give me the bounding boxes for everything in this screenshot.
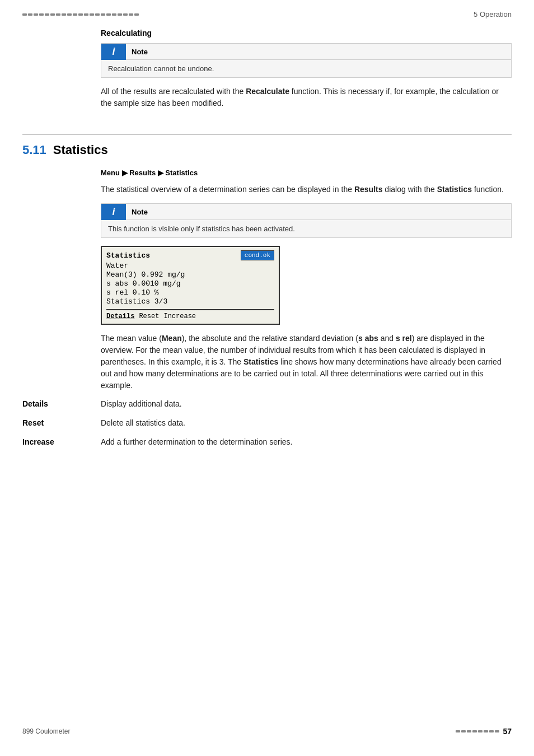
- footer-dot: [495, 730, 499, 732]
- menu-item-details[interactable]: Details: [106, 312, 134, 320]
- definitions-section: Details Display additional data.: [22, 399, 512, 410]
- header-decoration: [22, 13, 139, 16]
- note-title-area: Note: [126, 44, 511, 60]
- recalculating-note-box: i Note Recalculation cannot be undone.: [101, 43, 512, 78]
- header-dot: [73, 13, 77, 16]
- details-desc: Display additional data.: [101, 399, 512, 408]
- header-dot: [39, 13, 44, 16]
- screen-line2: Mean(3) 0.992 mg/g: [106, 270, 274, 279]
- header-dot: [62, 13, 66, 16]
- reset-section: Reset Delete all statistics data.: [22, 418, 512, 430]
- stats-note-title-area: Note: [126, 204, 511, 220]
- header-dot: [67, 13, 72, 16]
- menu-item-reset[interactable]: Reset: [139, 312, 159, 320]
- screen-line5: Statistics 3/3: [106, 297, 274, 306]
- recalc-content: Recalculating i Note Recalculation canno…: [22, 29, 512, 117]
- header-dot: [50, 13, 55, 16]
- screen-line3: s abs 0.0010 mg/g: [106, 279, 274, 288]
- header-dot: [129, 13, 133, 16]
- header-dot: [34, 13, 38, 16]
- stats-right: Menu ▶ Results ▶ Statistics The statisti…: [101, 169, 512, 399]
- statistics-note-body: This function is visible only if statist…: [101, 220, 511, 237]
- left-margin-defs: Details: [22, 399, 101, 410]
- left-margin-reset: Reset: [22, 418, 101, 430]
- page-container: 5 Operation Recalculating i Note: [0, 0, 534, 756]
- chapter-number: 5.11: [22, 143, 46, 157]
- footer-dot: [484, 730, 488, 732]
- header-section-title: 5 Operation: [474, 10, 512, 18]
- page-number: 57: [503, 727, 512, 736]
- screen-title-row: Statistics cond.ok: [106, 250, 274, 260]
- reset-desc-right: Delete all statistics data.: [101, 418, 512, 430]
- stats-note-title: Note: [132, 208, 148, 216]
- statistics-content: Menu ▶ Results ▶ Statistics The statisti…: [22, 169, 512, 399]
- recalculating-heading: Recalculating: [101, 29, 512, 38]
- stats-intro-text: The statistical overview of a determinat…: [101, 184, 512, 195]
- increase-desc-right: Add a further determination to the deter…: [101, 437, 512, 449]
- left-margin: [22, 29, 101, 117]
- footer-dot: [472, 730, 477, 732]
- header-dot: [78, 13, 83, 16]
- info-icon-2: i: [101, 204, 126, 220]
- device-menu-bar: Details Reset Increase: [106, 309, 274, 320]
- note-title: Note: [132, 48, 148, 56]
- info-icon: i: [101, 44, 126, 60]
- footer-dot: [467, 730, 471, 732]
- device-screen: Statistics cond.ok Water Mean(3) 0.992 m…: [101, 246, 280, 325]
- header-dot: [134, 13, 139, 16]
- header-dot: [118, 13, 122, 16]
- header-dot: [28, 13, 32, 16]
- increase-section: Increase Add a further determination to …: [22, 437, 512, 449]
- footer-dot: [456, 730, 460, 732]
- increase-desc: Add a further determination to the deter…: [101, 437, 512, 446]
- statistics-note-box: i Note This function is visible only if …: [101, 203, 512, 238]
- footer-product-name: 899 Coulometer: [22, 727, 70, 735]
- reset-desc: Delete all statistics data.: [101, 418, 512, 427]
- header-dot: [106, 13, 111, 16]
- footer-right: 57: [456, 727, 512, 736]
- reset-term: Reset: [22, 418, 101, 427]
- stats-description: The mean value (Mean), the absolute and …: [101, 333, 512, 391]
- stats-note-header: i Note: [101, 204, 511, 220]
- recalculating-body: All of the results are recalculated with…: [101, 86, 512, 109]
- header-dot: [56, 13, 60, 16]
- note-header: i Note: [101, 44, 511, 60]
- footer-dot: [489, 730, 494, 732]
- details-term: Details: [22, 399, 101, 408]
- recalculating-note-body: Recalculation cannot be undone.: [101, 60, 511, 77]
- header-dot: [45, 13, 49, 16]
- footer-dot: [478, 730, 483, 732]
- menu-item-increase[interactable]: Increase: [163, 312, 196, 320]
- page-footer: 899 Coulometer 57: [0, 718, 534, 745]
- screen-title: Statistics: [106, 251, 150, 260]
- main-content: Recalculating i Note Recalculation canno…: [0, 23, 534, 471]
- header-dot: [84, 13, 88, 16]
- recalculating-section: Recalculating i Note Recalculation canno…: [22, 29, 512, 117]
- header-dot: [123, 13, 128, 16]
- left-margin-stats: [22, 169, 101, 399]
- footer-decoration: [456, 730, 499, 732]
- screen-line1: Water: [106, 262, 274, 270]
- header-dot: [22, 13, 27, 16]
- screen-line4: s rel 0.10 %: [106, 288, 274, 297]
- header-bar: 5 Operation: [0, 0, 534, 23]
- chapter-title: Statistics: [53, 143, 108, 157]
- screen-data: Water Mean(3) 0.992 mg/g s abs 0.0010 mg…: [106, 262, 274, 306]
- header-dot: [112, 13, 116, 16]
- header-dot: [95, 13, 100, 16]
- recalc-right: Recalculating i Note Recalculation canno…: [101, 29, 512, 117]
- details-desc-right: Display additional data.: [101, 399, 512, 410]
- increase-term: Increase: [22, 437, 101, 446]
- footer-dot: [461, 730, 466, 732]
- screen-ok-button[interactable]: cond.ok: [241, 250, 274, 260]
- header-dot: [101, 13, 105, 16]
- chapter-heading: 5.11 Statistics: [22, 134, 512, 157]
- menu-path: Menu ▶ Results ▶ Statistics: [101, 169, 512, 177]
- left-margin-increase: Increase: [22, 437, 101, 449]
- header-dot: [90, 13, 94, 16]
